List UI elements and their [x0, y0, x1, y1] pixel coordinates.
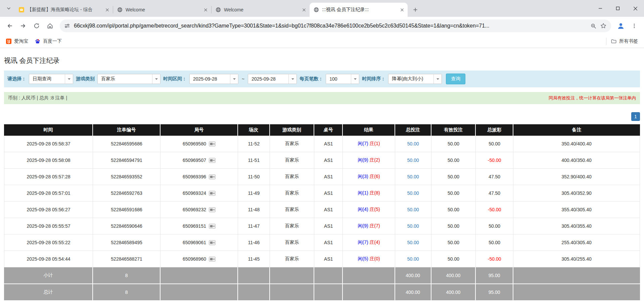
- bookmark-star-icon[interactable]: [600, 23, 606, 29]
- chevron-down-icon[interactable]: [65, 74, 73, 84]
- tab-forum[interactable]: 【新提醒】海燕策略论坛 - 综合: [15, 3, 113, 17]
- header-session: 场次: [238, 124, 270, 136]
- cell-total-bet[interactable]: 50.00: [395, 185, 431, 202]
- total-count: 8: [93, 284, 160, 301]
- cell-bet-id: 522846593552: [93, 169, 160, 185]
- cell-round-id: 650969396: [160, 169, 238, 185]
- cell-note: 255.40/305.40: [513, 234, 640, 251]
- tab-welcome-2[interactable]: Welcome: [212, 3, 310, 17]
- header-game-type: 游戏类别: [270, 124, 315, 136]
- tab-close-icon[interactable]: [104, 7, 110, 13]
- cell-total-bet[interactable]: 50.00: [395, 152, 431, 169]
- url-bar[interactable]: 66cxkj98.com/ipl/portal.php/game/betreco…: [60, 19, 611, 32]
- tab-bet-record-active[interactable]: :::视讯 会员下注纪录:::: [310, 3, 408, 17]
- cell-time: 2025-09-28 05:57:28: [4, 169, 93, 185]
- cell-total-bet[interactable]: 50.00: [395, 136, 431, 152]
- query-type-select[interactable]: 日期查询: [29, 74, 73, 84]
- cell-total-bet[interactable]: 50.00: [395, 218, 431, 234]
- round-id: 650969151: [183, 223, 206, 229]
- cell-result: 闲(4)庄(5): [343, 202, 395, 218]
- date-from-select[interactable]: 2025-09-28: [189, 74, 238, 84]
- page-size-value: 100: [326, 74, 351, 84]
- bookmark-aitaobao[interactable]: 爱淘宝: [3, 35, 32, 48]
- cell-total-bet[interactable]: 50.00: [395, 234, 431, 251]
- window-controls: [592, 0, 644, 17]
- tab-welcome-1[interactable]: Welcome: [113, 3, 211, 17]
- cell-time: 2025-09-28 05:57:01: [4, 185, 93, 202]
- total-label: 总计: [4, 284, 93, 301]
- cell-result: 闲(3)庄(6): [343, 169, 395, 185]
- game-type-label: 游戏类别: [76, 76, 95, 82]
- cell-table-no: AS1: [314, 251, 343, 267]
- page-size-select[interactable]: 100: [326, 74, 359, 84]
- chevron-down-icon[interactable]: [152, 74, 160, 84]
- round-id: 650969061: [183, 240, 206, 245]
- footer-cell: [314, 284, 343, 301]
- cell-total-bet[interactable]: 50.00: [395, 169, 431, 185]
- cell-time: 2025-09-28 05:58:37: [4, 136, 93, 152]
- video-replay-icon[interactable]: [209, 257, 216, 262]
- tab-search-button[interactable]: [3, 3, 14, 14]
- bookmark-baidu[interactable]: 百度一下: [32, 35, 65, 48]
- cell-table-no: AS1: [314, 218, 343, 234]
- cell-total-bet[interactable]: 50.00: [395, 202, 431, 218]
- video-replay-icon[interactable]: [209, 174, 216, 179]
- video-replay-icon[interactable]: [209, 240, 216, 245]
- all-bookmarks-label: 所有书签: [619, 38, 638, 44]
- cell-game-type: 百家乐: [270, 202, 315, 218]
- footer-cell: [513, 267, 640, 284]
- page-1-button[interactable]: 1: [631, 112, 640, 121]
- result-banker: 庄(8): [370, 190, 380, 195]
- cell-total-bet[interactable]: 50.00: [395, 251, 431, 267]
- video-replay-icon[interactable]: [209, 191, 216, 196]
- folder-icon: [611, 39, 616, 44]
- zoom-icon[interactable]: [591, 23, 596, 29]
- chevron-down-icon[interactable]: [433, 74, 442, 84]
- minimize-button[interactable]: [592, 0, 609, 17]
- cell-note: 352.90/400.40: [513, 169, 640, 185]
- profile-avatar[interactable]: [614, 19, 627, 32]
- bookmark-label: 爱淘宝: [14, 38, 28, 44]
- game-type-select[interactable]: 百家乐: [97, 74, 160, 84]
- date-to-select[interactable]: 2025-09-28: [248, 74, 297, 84]
- tab-close-icon[interactable]: [202, 7, 209, 13]
- cell-payout: -50.00: [476, 202, 513, 218]
- cell-note: 400.40/350.40: [513, 152, 640, 169]
- cell-game-type: 百家乐: [270, 218, 315, 234]
- video-replay-icon[interactable]: [209, 207, 216, 212]
- query-type-value: 日期查询: [29, 74, 65, 84]
- table-row: 2025-09-28 05:58:37 522846595686 6509695…: [4, 136, 640, 152]
- cell-result: 闲(9)庄(7): [343, 218, 395, 234]
- round-id: 650968960: [183, 256, 206, 262]
- sort-select[interactable]: 降幂(由大到小): [388, 74, 442, 84]
- refresh-button[interactable]: [30, 19, 43, 32]
- all-bookmarks-button[interactable]: 所有书签: [608, 35, 641, 48]
- cell-bet-id: 522846595686: [93, 136, 160, 152]
- cell-time: 2025-09-28 05:58:08: [4, 152, 93, 169]
- cell-game-type: 百家乐: [270, 234, 315, 251]
- tab-close-icon[interactable]: [399, 7, 405, 13]
- page-content: 视讯 会员下注纪录 请选择： 日期查询 游戏类别 百家乐 时间区间： 2025-…: [0, 56, 644, 307]
- round-id: 650969396: [183, 174, 206, 179]
- baidu-icon: [35, 39, 40, 44]
- video-replay-icon[interactable]: [209, 224, 216, 229]
- menu-icon[interactable]: [628, 19, 641, 32]
- cell-bet-id: 522846590646: [93, 218, 160, 234]
- site-info-icon[interactable]: [64, 23, 70, 29]
- maximize-button[interactable]: [609, 0, 627, 17]
- search-button[interactable]: 查询: [446, 74, 465, 84]
- cell-round-id: 650968960: [160, 251, 238, 267]
- new-tab-button[interactable]: [410, 5, 420, 15]
- tab-close-icon[interactable]: [301, 7, 307, 13]
- chevron-down-icon[interactable]: [230, 74, 238, 84]
- chevron-down-icon[interactable]: [351, 74, 359, 84]
- table-row: 2025-09-28 05:55:22 522846589495 6509690…: [4, 234, 640, 251]
- back-button[interactable]: [3, 19, 16, 32]
- home-button[interactable]: [44, 19, 56, 32]
- forward-button[interactable]: [17, 19, 30, 32]
- chevron-down-icon[interactable]: [288, 74, 296, 84]
- video-replay-icon[interactable]: [209, 158, 216, 163]
- close-button[interactable]: [627, 0, 644, 17]
- cell-round-id: 650969061: [160, 234, 238, 251]
- video-replay-icon[interactable]: [209, 141, 216, 146]
